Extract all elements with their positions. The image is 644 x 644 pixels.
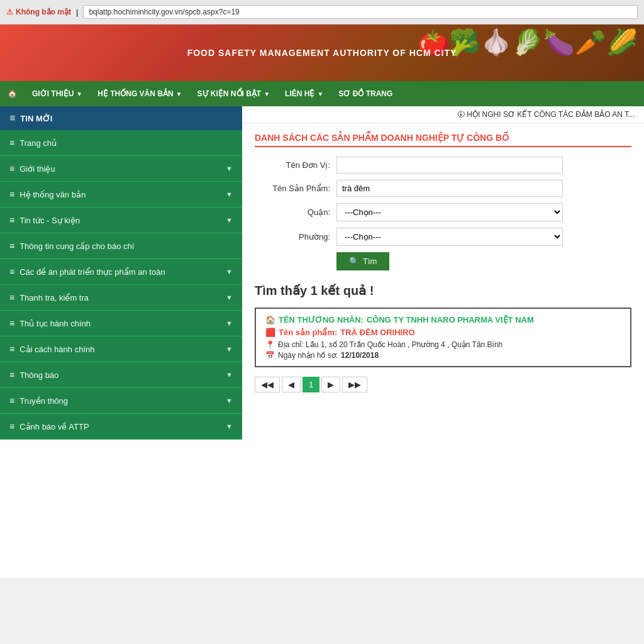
sidebar-item-thanh-tra[interactable]: ≡ Thanh tra, kiểm tra ▼: [0, 285, 242, 311]
nav-lien-he[interactable]: LIÊN HỆ ▼: [277, 83, 331, 104]
home-icon: 🏠: [265, 315, 275, 325]
chevron-down-icon: ▼: [226, 345, 233, 353]
search-form: Tên Đơn Vị: Tên Sản Phẩm: Quận: ---Chọn-…: [255, 157, 631, 270]
sidebar-tin-moi[interactable]: TIN MỚI: [0, 106, 242, 130]
sidebar-item-thu-tuc[interactable]: ≡ Thủ tục hành chính ▼: [0, 311, 242, 336]
nav-home[interactable]: 🏠: [0, 83, 25, 104]
pagination-last[interactable]: ▶▶: [342, 377, 367, 392]
result-address: 📍 Địa chỉ: Lầu 1, số 20 Trần Quốc Hoàn ,…: [265, 340, 621, 349]
list-icon: ≡: [9, 370, 14, 380]
sidebar-item-cai-cach[interactable]: ≡ Cải cách hành chính ▼: [0, 336, 242, 362]
sidebar-item-de-an[interactable]: ≡ Các đề án phát triển thực phẩm an toàn…: [0, 259, 242, 285]
san-pham-input[interactable]: [336, 180, 563, 197]
sidebar-label: Thông báo: [19, 370, 58, 380]
sidebar-item-tin-tuc[interactable]: ≡ Tin tức - Sự kiện ▼: [0, 208, 242, 233]
search-button[interactable]: 🔍 Tìm: [336, 252, 389, 270]
page-title: DANH SÁCH CÁC SẢN PHẨM DOANH NGHIỆP TỰ C…: [255, 133, 631, 147]
sidebar-label: Tin tức - Sự kiện: [19, 216, 80, 225]
chevron-down-icon: ▼: [317, 91, 323, 97]
chevron-down-icon: ▼: [226, 165, 233, 172]
sidebar-label: Truyền thông: [19, 396, 68, 406]
main-content-wrapper: 🛈 HỘI NGHI SƠ KẾT CÔNG TÁC ĐẢM BẢO AN T.…: [242, 106, 644, 484]
list-icon: ≡: [9, 267, 14, 277]
date-value: 12/10/2018: [341, 351, 379, 360]
main-nav: 🏠 GIỚI THIỆU ▼ HỆ THỐNG VĂN BẢN ▼ SỰ KIỆ…: [0, 81, 644, 106]
sidebar-label: Cải cách hành chính: [19, 345, 94, 354]
result-product: 🟥 Tên sản phẩm: TRÀ ĐÊM ORIHIRO: [265, 328, 621, 337]
product-icon: 🟥: [265, 328, 275, 337]
page-layout: TIN MỚI ≡ Trang chủ ≡ Giới thiệu ▼ ≡ Hệ …: [0, 106, 644, 484]
list-icon: ≡: [9, 189, 14, 199]
pagination-prev[interactable]: ◀: [282, 377, 301, 392]
white-space: [0, 484, 644, 578]
merchant-label: TÊN THƯƠNG NHÂN:: [279, 315, 364, 325]
list-icon: ≡: [9, 138, 14, 148]
sidebar-item-thong-tin-bao-chi[interactable]: ≡ Thông tin cung cấp cho báo chí: [0, 233, 242, 259]
pagination-first[interactable]: ◀◀: [255, 377, 280, 392]
sidebar-item-truyen-thong[interactable]: ≡ Truyền thông ▼: [0, 388, 242, 414]
sidebar-item-canh-bao[interactable]: ≡ Cảnh báo về ATTP ▼: [0, 414, 242, 440]
address-text: Địa chỉ: Lầu 1, số 20 Trần Quốc Hoàn , P…: [278, 340, 502, 349]
nav-gioi-thieu[interactable]: GIỚI THIỆU ▼: [25, 83, 90, 104]
san-pham-row: Tên Sản Phẩm:: [255, 180, 631, 197]
chevron-down-icon: ▼: [76, 91, 82, 97]
sidebar-item-he-thong-van-ban[interactable]: ≡ Hệ thống văn bản ▼: [0, 182, 242, 208]
site-header: FOOD SAFETY MANAGEMENT AUTHORITY OF HCM …: [0, 25, 644, 81]
chevron-down-icon: ▼: [226, 319, 233, 327]
list-icon: ≡: [9, 241, 14, 251]
phuong-select[interactable]: ---Chọn---: [336, 228, 563, 246]
nav-su-kien-noi-bat[interactable]: SỰ KIỆN NỔI BẬT ▼: [190, 83, 278, 104]
announcement-text: 🛈 HỘI NGHI SƠ KẾT CÔNG TÁC ĐẢM BẢO AN T.…: [457, 110, 635, 119]
product-label: Tên sản phẩm:: [279, 328, 337, 337]
result-card: 🏠 TÊN THƯƠNG NHÂN: CÔNG TY TNHH NARO PHA…: [255, 308, 631, 367]
sidebar-item-trang-chu[interactable]: ≡ Trang chủ: [0, 130, 242, 156]
security-warning: Không bảo mật: [6, 8, 71, 16]
list-icon: ≡: [9, 421, 14, 431]
nav-so-do-trang[interactable]: SƠ ĐỒ TRANG: [331, 83, 400, 104]
pagination-page-1[interactable]: 1: [303, 377, 319, 392]
don-vi-label: Tên Đơn Vị:: [255, 160, 330, 170]
results-count: Tìm thấy 1 kết quả !: [255, 283, 631, 298]
phuong-row: Phường: ---Chọn---: [255, 228, 631, 246]
sidebar-item-gioi-thieu[interactable]: ≡ Giới thiệu ▼: [0, 156, 242, 182]
sidebar-label: Trang chủ: [19, 138, 57, 148]
quan-select[interactable]: ---Chọn---: [336, 203, 563, 221]
sidebar-label: Các đề án phát triển thực phẩm an toàn: [19, 267, 165, 277]
san-pham-label: Tên Sản Phẩm:: [255, 184, 330, 193]
sidebar-item-thong-bao[interactable]: ≡ Thông báo ▼: [0, 362, 242, 388]
don-vi-row: Tên Đơn Vị:: [255, 157, 631, 174]
chevron-down-icon: ▼: [226, 371, 233, 379]
chevron-down-icon: ▼: [176, 91, 182, 97]
list-icon: ≡: [9, 344, 14, 354]
quan-label: Quận:: [255, 208, 330, 217]
nav-he-thong-van-ban[interactable]: HỆ THỐNG VĂN BẢN ▼: [90, 83, 189, 104]
browser-chrome: Không bảo mật | bqlattp.hochiminhcity.go…: [0, 0, 644, 25]
pagination-next[interactable]: ▶: [321, 377, 340, 392]
list-icon: ≡: [9, 318, 14, 328]
url-separator: |: [76, 8, 78, 17]
search-icon: 🔍: [349, 257, 359, 266]
product-name: TRÀ ĐÊM ORIHIRO: [340, 328, 414, 337]
result-merchant: 🏠 TÊN THƯƠNG NHÂN: CÔNG TY TNHH NARO PHA…: [265, 315, 621, 325]
don-vi-input[interactable]: [336, 157, 563, 174]
sidebar-label: Thanh tra, kiểm tra: [19, 293, 89, 303]
chevron-down-icon: ▼: [226, 294, 233, 301]
main-content: DANH SÁCH CÁC SẢN PHẨM DOANH NGHIỆP TỰ C…: [242, 123, 644, 484]
url-bar[interactable]: bqlattp.hochiminhcity.gov.vn/spcb.aspx?c…: [83, 5, 638, 19]
sidebar-label: Cảnh báo về ATTP: [19, 422, 89, 431]
chevron-down-icon: ▼: [226, 423, 233, 430]
list-icon: ≡: [9, 215, 14, 225]
sidebar: TIN MỚI ≡ Trang chủ ≡ Giới thiệu ▼ ≡ Hệ …: [0, 106, 242, 484]
list-icon: ≡: [9, 396, 14, 406]
list-icon: ≡: [9, 164, 14, 174]
pagination: ◀◀ ◀ 1 ▶ ▶▶: [255, 377, 631, 392]
location-icon: 📍: [265, 340, 275, 349]
list-icon: ≡: [9, 292, 14, 303]
calendar-icon: 📅: [265, 351, 275, 360]
announcement-bar: 🛈 HỘI NGHI SƠ KẾT CÔNG TÁC ĐẢM BẢO AN T.…: [242, 106, 644, 123]
result-date: 📅 Ngày nhận hồ sơ: 12/10/2018: [265, 351, 621, 360]
search-btn-label: Tìm: [363, 257, 377, 266]
site-title: FOOD SAFETY MANAGEMENT AUTHORITY OF HCM …: [187, 48, 457, 58]
chevron-down-icon: ▼: [226, 268, 233, 275]
date-label: Ngày nhận hồ sơ:: [278, 351, 338, 360]
